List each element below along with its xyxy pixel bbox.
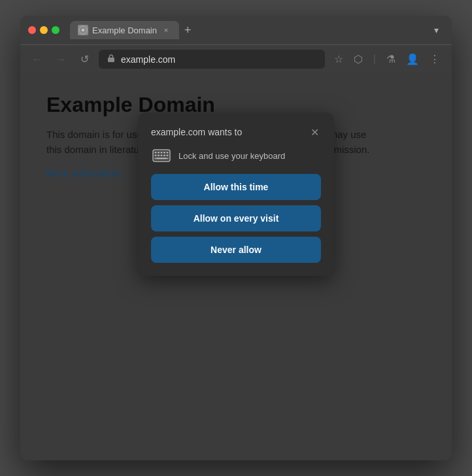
svg-rect-3 — [155, 152, 157, 154]
tab-dropdown-button[interactable]: ▾ — [429, 22, 444, 38]
never-allow-button[interactable]: Never allow — [151, 237, 321, 263]
permission-dialog: example.com wants to ✕ — [138, 112, 334, 276]
tab-title: Example Domain — [92, 26, 157, 35]
svg-rect-12 — [167, 155, 169, 157]
svg-rect-4 — [158, 152, 160, 154]
allow-every-visit-button[interactable]: Allow on every visit — [151, 205, 321, 231]
svg-rect-11 — [163, 155, 165, 157]
url-text: example.com — [121, 54, 317, 65]
dialog-permission-row: Lock and use your keyboard — [151, 148, 321, 163]
maximize-button[interactable] — [52, 26, 59, 34]
svg-rect-15 — [167, 158, 169, 160]
dialog-close-button[interactable]: ✕ — [308, 126, 321, 139]
tab-favicon — [78, 25, 88, 35]
profile-icon[interactable]: 👤 — [402, 50, 423, 68]
dialog-actions: Allow this time Allow on every visit Nev… — [151, 174, 321, 263]
flask-icon[interactable]: ⚗ — [382, 50, 399, 68]
toolbar-icons: ☆ ⬡ | ⚗ 👤 ⋮ — [330, 50, 444, 68]
traffic-lights — [28, 26, 59, 34]
toolbar-divider: | — [369, 50, 380, 68]
minimize-button[interactable] — [40, 26, 48, 34]
star-icon[interactable]: ☆ — [330, 50, 347, 68]
tab-bar: Example Domain × + ▾ — [70, 21, 444, 40]
permission-text: Lock and use your keyboard — [178, 151, 285, 161]
svg-rect-13 — [156, 158, 167, 160]
svg-rect-1 — [108, 58, 114, 62]
svg-rect-10 — [161, 155, 163, 157]
svg-rect-5 — [161, 152, 163, 154]
address-bar: ← → ↺ example.com ☆ ⬡ | ⚗ 👤 ⋮ — [20, 44, 452, 73]
close-button[interactable] — [28, 26, 36, 34]
dialog-header: example.com wants to ✕ — [151, 126, 321, 139]
url-field[interactable]: example.com — [99, 50, 325, 69]
keyboard-icon — [151, 148, 172, 163]
allow-this-time-button[interactable]: Allow this time — [151, 174, 321, 200]
modal-overlay: example.com wants to ✕ — [20, 73, 452, 460]
svg-rect-6 — [163, 152, 165, 154]
browser-window: Example Domain × + ▾ ← → ↺ example.com ☆… — [20, 16, 452, 460]
tab-close-icon[interactable]: × — [161, 25, 171, 35]
active-tab[interactable]: Example Domain × — [70, 21, 179, 39]
title-bar: Example Domain × + ▾ — [20, 16, 452, 44]
forward-button[interactable]: → — [52, 50, 70, 69]
menu-icon[interactable]: ⋮ — [426, 50, 444, 68]
back-button[interactable]: ← — [28, 50, 46, 69]
svg-rect-14 — [155, 158, 156, 160]
reload-button[interactable]: ↺ — [75, 50, 93, 69]
dialog-title: example.com wants to — [151, 127, 242, 137]
extensions-icon[interactable]: ⬡ — [350, 50, 367, 68]
svg-rect-9 — [158, 155, 160, 157]
page-content: Example Domain This domain is for use in… — [20, 73, 452, 460]
new-tab-button[interactable]: + — [179, 21, 197, 40]
svg-rect-8 — [155, 155, 157, 157]
url-lock-icon — [107, 54, 116, 65]
svg-rect-7 — [167, 152, 169, 154]
